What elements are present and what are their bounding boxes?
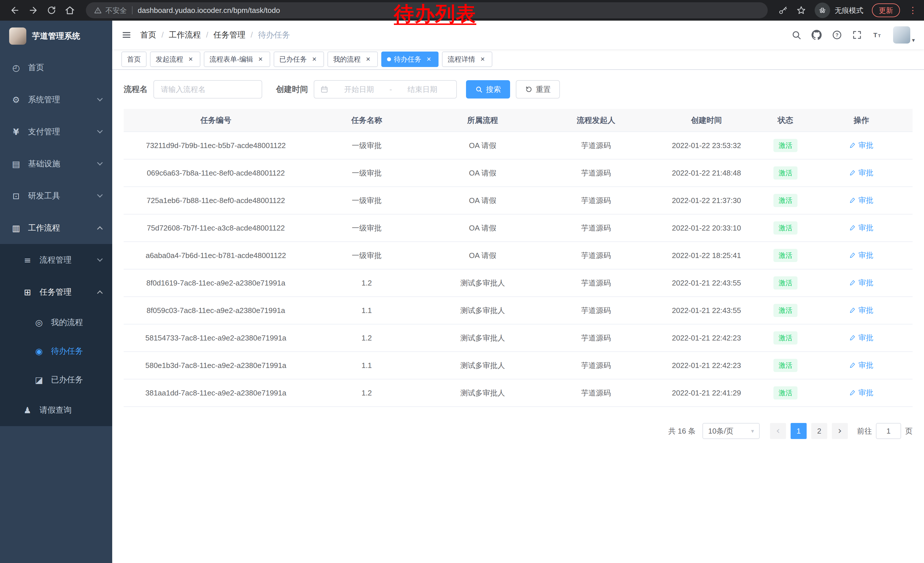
approve-link[interactable]: 审批	[849, 223, 873, 233]
forward-icon	[28, 5, 38, 15]
table-row: 069c6a63-7b8a-11ec-8ef0-acde48001122 一级审…	[124, 159, 912, 187]
sidebar-item-done-tasks[interactable]: 已办任务	[0, 365, 112, 394]
sidebar-item-devtools[interactable]: 研发工具	[0, 180, 112, 212]
end-date-input[interactable]: 结束日期	[394, 84, 450, 95]
approve-link[interactable]: 审批	[849, 360, 873, 370]
create-time-cell: 2022-01-22 21:48:48	[652, 159, 761, 187]
task-name-cell: 一级审批	[308, 242, 425, 269]
approve-link[interactable]: 审批	[849, 278, 873, 288]
approve-link[interactable]: 审批	[849, 388, 873, 398]
create-time-cell: 2022-01-22 18:25:41	[652, 242, 761, 269]
goto-page-input[interactable]	[876, 423, 901, 439]
sidebar-item-todo-tasks[interactable]: 待办任务	[0, 337, 112, 365]
approve-link[interactable]: 审批	[849, 305, 873, 315]
tab-home[interactable]: 首页	[122, 51, 147, 67]
search-button[interactable]: 搜索	[466, 80, 510, 99]
tab-process-detail[interactable]: 流程详情 ×	[442, 51, 492, 67]
edit-pencil-icon	[849, 279, 856, 286]
approve-link[interactable]: 审批	[849, 195, 873, 205]
approve-link-label: 审批	[858, 305, 873, 315]
status-cell: 激活	[761, 352, 810, 379]
github-icon[interactable]	[811, 30, 822, 41]
page-content: 流程名 创建时间 开始日期 - 结束日期 搜索 重	[112, 70, 924, 563]
font-size-icon[interactable]: TT	[872, 30, 884, 40]
edit-pencil-icon	[849, 252, 856, 258]
create-time-label: 创建时间	[276, 84, 308, 95]
back-button[interactable]	[7, 2, 23, 18]
sidebar-item-infrastructure[interactable]: 基础设施	[0, 148, 112, 180]
tab-form-edit[interactable]: 流程表单-编辑 ×	[204, 51, 270, 67]
help-icon[interactable]: ?	[832, 30, 842, 40]
incognito-indicator: 无痕模式	[814, 3, 863, 18]
date-range-picker[interactable]: 开始日期 - 结束日期	[314, 80, 457, 99]
tab-close-icon[interactable]: ×	[187, 55, 195, 63]
user-avatar[interactable]: ▾	[893, 26, 915, 44]
search-icon	[475, 86, 483, 93]
create-time-cell: 2022-01-22 23:53:32	[652, 132, 761, 159]
tab-close-icon[interactable]: ×	[425, 55, 433, 63]
sidebar-item-workflow[interactable]: 工作流程	[0, 212, 112, 244]
approve-link-label: 审批	[858, 195, 873, 205]
security-label: 不安全	[105, 6, 127, 15]
key-icon[interactable]	[778, 6, 788, 15]
column-header-actions: 操作	[810, 109, 912, 132]
forward-button[interactable]	[25, 2, 41, 18]
home-button[interactable]	[62, 2, 78, 18]
reload-button[interactable]	[44, 2, 60, 18]
status-cell: 激活	[761, 187, 810, 214]
tab-close-icon[interactable]: ×	[310, 55, 318, 63]
page-size-select[interactable]: 10条/页 ▾	[702, 423, 760, 439]
approve-link[interactable]: 审批	[849, 140, 873, 150]
tab-label: 已办任务	[279, 55, 307, 64]
fullscreen-icon[interactable]	[852, 30, 862, 40]
process-cell: 测试多审批人	[425, 352, 540, 379]
tab-my-process[interactable]: 我的流程 ×	[327, 51, 378, 67]
tab-done-tasks[interactable]: 已办任务 ×	[274, 51, 324, 67]
approve-link[interactable]: 审批	[849, 250, 873, 260]
prev-page-button[interactable]: ‹	[770, 423, 786, 439]
tab-label: 待办任务	[394, 55, 422, 64]
sidebar-item-label: 基础设施	[28, 158, 92, 169]
sidebar-item-payment[interactable]: 支付管理	[0, 116, 112, 148]
tab-close-icon[interactable]: ×	[478, 55, 487, 63]
start-date-input[interactable]: 开始日期	[331, 84, 387, 95]
sidebar-item-leave-query[interactable]: 请假查询	[0, 394, 112, 426]
tab-close-icon[interactable]: ×	[256, 55, 264, 63]
search-icon[interactable]	[791, 30, 801, 40]
app-logo-row[interactable]: 芋道管理系统	[0, 21, 112, 51]
tab-label: 我的流程	[333, 55, 361, 64]
tags-view-bar: 首页 发起流程 × 流程表单-编辑 × 已办任务 × 我的流程 ×	[112, 49, 924, 70]
edit-pencil-icon	[849, 362, 856, 369]
tab-close-icon[interactable]: ×	[364, 55, 372, 63]
sidebar-item-home[interactable]: 首页	[0, 51, 112, 84]
tab-start-process[interactable]: 发起流程 ×	[150, 51, 200, 67]
breadcrumb-workflow[interactable]: 工作流程	[169, 30, 201, 41]
tab-todo-tasks[interactable]: 待办任务 ×	[381, 51, 438, 67]
hamburger-button[interactable]	[122, 30, 132, 40]
status-badge: 激活	[773, 249, 798, 262]
process-cell: 测试多审批人	[425, 297, 540, 324]
approve-link[interactable]: 审批	[849, 168, 873, 178]
page-button-1[interactable]: 1	[790, 423, 807, 439]
bookmark-star-icon[interactable]	[796, 6, 806, 15]
process-cell: OA 请假	[425, 187, 540, 214]
create-time-cell: 2022-01-22 21:37:30	[652, 187, 761, 214]
approve-link-label: 审批	[858, 140, 873, 150]
page-button-2[interactable]: 2	[811, 423, 827, 439]
status-cell: 激活	[761, 242, 810, 269]
sidebar-item-system[interactable]: 系统管理	[0, 84, 112, 116]
sidebar-item-my-process[interactable]: 我的流程	[0, 308, 112, 337]
update-button[interactable]: 更新	[872, 3, 900, 17]
breadcrumb-home[interactable]: 首页	[140, 30, 156, 41]
next-page-button[interactable]: ›	[832, 423, 848, 439]
sidebar-item-process-manage[interactable]: 流程管理	[0, 244, 112, 276]
reset-button[interactable]: 重置	[516, 80, 560, 99]
actions-cell: 审批	[810, 242, 912, 269]
approve-link[interactable]: 审批	[849, 333, 873, 343]
process-name-input[interactable]	[153, 80, 262, 99]
breadcrumb-task-manage[interactable]: 任务管理	[213, 30, 246, 41]
sidebar-item-task-manage[interactable]: 任务管理	[0, 276, 112, 308]
chevron-down-icon	[97, 192, 103, 198]
browser-menu-icon[interactable]: ⋮	[909, 6, 917, 15]
starter-cell: 芋道源码	[540, 269, 652, 297]
